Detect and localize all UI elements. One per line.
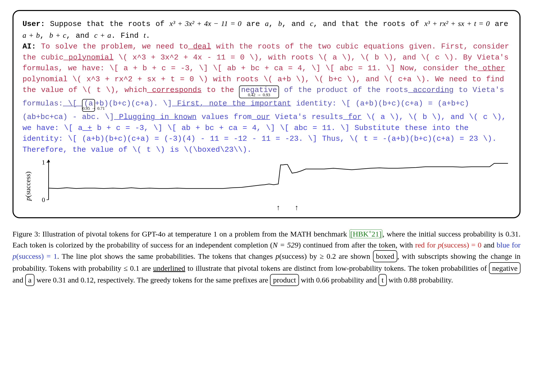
var-bc: b + c	[49, 31, 66, 39]
token: other	[478, 64, 505, 72]
cap-red-phrase: red for p(success) = 0	[415, 241, 481, 249]
cite-tail: 21]	[372, 230, 382, 238]
var-t: t	[144, 31, 146, 39]
token: note	[204, 99, 227, 108]
token: to the	[202, 86, 234, 94]
plot-svg: 01	[34, 160, 510, 205]
token: for	[343, 113, 362, 121]
var-c: c	[310, 19, 313, 28]
token: corresponds	[147, 86, 202, 94]
product-box: product	[270, 274, 299, 286]
probability-plot: p(success) 01 ↑↑	[22, 160, 510, 212]
arrow-marker: ↑	[276, 204, 280, 211]
txt: are	[490, 20, 508, 28]
cap-and: and	[482, 241, 497, 249]
txt: , and	[66, 32, 94, 40]
token: deal	[188, 42, 211, 51]
plot-ylabel: p(success)	[22, 172, 34, 201]
var-ca: c + a	[94, 31, 111, 39]
token: First,	[172, 99, 204, 108]
boxed-word: boxed	[373, 250, 397, 262]
token: our	[252, 113, 270, 121]
cap-txt: . The line plot shows the same probabili…	[57, 252, 276, 260]
comma: ,	[269, 20, 278, 28]
token: To solve the problem, we need to	[41, 42, 188, 51]
cap-txt: with 0.88 probability.	[387, 276, 453, 284]
token: of the product of the roots	[279, 86, 408, 94]
plot-arrows: ↑↑	[34, 204, 510, 212]
neg-box: negative	[489, 262, 520, 274]
cite-key: [HBK	[350, 230, 368, 238]
ai-label: AI:	[22, 42, 36, 51]
cap-pre: Figure 3: Illustration of pivotal tokens…	[12, 230, 349, 238]
token: according	[408, 86, 454, 94]
pivotal-token-a: (a0.95 → 0.71	[82, 99, 95, 112]
token: known	[169, 113, 196, 121]
t-box: t	[378, 274, 386, 286]
cap-txt: with 0.66 probability and	[299, 276, 378, 284]
var-a: a	[265, 19, 269, 28]
figure-caption: Figure 3: Illustration of pivotal tokens…	[12, 228, 520, 286]
cap-and: and	[12, 276, 25, 284]
comma: ,	[40, 32, 49, 40]
txt: are	[242, 20, 265, 28]
token: the	[227, 99, 246, 108]
svg-marker-1	[47, 160, 50, 162]
cap-txt: to illustrate that pivotal tokens are di…	[185, 264, 489, 272]
var-b: b	[278, 19, 282, 28]
cap-N: N = 529	[272, 241, 298, 249]
token: important	[246, 99, 291, 108]
pivotal-token-negative: negative0.42 → 0.93	[239, 86, 279, 98]
arrow-marker: ↑	[295, 204, 298, 211]
problem-text: Suppose that the roots of	[45, 20, 170, 28]
token: Vieta's results	[270, 113, 343, 121]
user-label: User:	[22, 20, 45, 28]
token: polynomial	[64, 53, 114, 62]
a-box: a	[25, 274, 34, 286]
poly2: x³ + rx² + sx + t = 0	[424, 19, 490, 28]
svg-text:0: 0	[42, 196, 45, 204]
cite-sup: +	[368, 229, 372, 235]
txt: , and	[282, 20, 310, 28]
cap-txt: were 0.31 and 0.12, respectively. The gr…	[34, 276, 270, 284]
period: .	[146, 32, 150, 40]
token: in	[155, 113, 169, 121]
token: values from	[196, 113, 252, 121]
txt: , and that the roots of	[313, 20, 424, 28]
txt: . Find	[111, 32, 144, 40]
underlined-word: underlined	[153, 264, 185, 272]
token: +	[82, 124, 92, 132]
cap-txt: ) continued from after the token, with	[298, 241, 415, 249]
citation: [HBK+21]	[350, 230, 382, 238]
token: \[	[63, 99, 82, 108]
token: b + c = -3, \] \[ ab + bc + ca = 4, \] \…	[22, 124, 496, 154]
figure-panel: User: Suppose that the roots of x³ + 3x²…	[12, 10, 520, 218]
svg-text:1: 1	[42, 160, 45, 166]
cap-psuccess: p(success)	[276, 252, 307, 260]
var-ab: a + b	[22, 31, 40, 39]
token: Plugging	[114, 113, 155, 121]
cap-txt: by ≥ 0.2 are shown	[307, 252, 373, 260]
conversation-block: User: Suppose that the roots of x³ + 3x²…	[22, 18, 510, 155]
poly1: x³ + 3x² + 4x − 11 = 0	[170, 19, 242, 28]
ai-response: To solve the problem, we need to deal wi…	[22, 42, 509, 154]
token: +b)(b+c)(c+a). \]	[95, 99, 172, 108]
plot-area: 01 ↑↑	[34, 160, 510, 212]
